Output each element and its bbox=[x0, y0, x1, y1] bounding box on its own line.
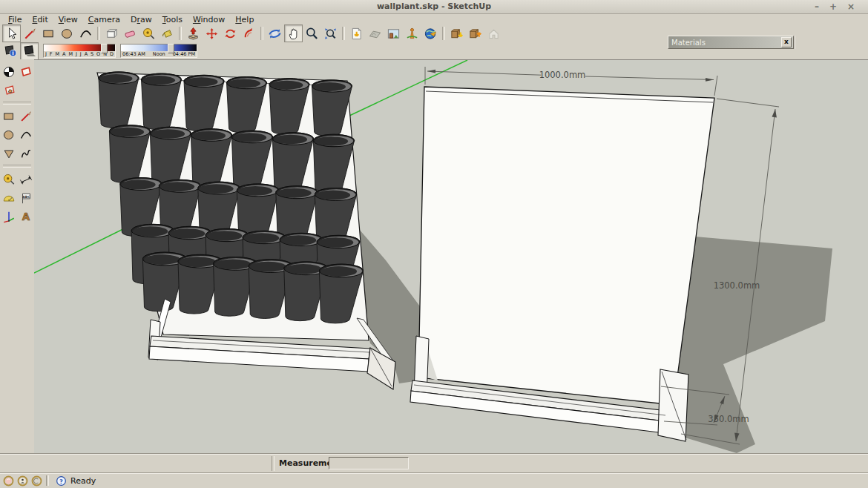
rectangle-icon bbox=[42, 27, 56, 41]
help-icon[interactable]: ? bbox=[56, 475, 67, 487]
building-maker-button[interactable] bbox=[403, 24, 421, 42]
google-earth-button[interactable] bbox=[421, 24, 440, 42]
circle-icon bbox=[60, 27, 74, 41]
menu-bar: FileEditViewCameraDrawToolsWindowHelp bbox=[0, 14, 868, 24]
polygon-icon bbox=[2, 147, 16, 160]
materials-panel-title: Materials bbox=[668, 39, 781, 47]
dimension-button[interactable] bbox=[18, 170, 35, 188]
time-gradient bbox=[121, 44, 197, 51]
rectangle-button[interactable] bbox=[1, 107, 18, 125]
pan-icon bbox=[286, 27, 300, 41]
offset-button[interactable] bbox=[240, 24, 258, 42]
toggle-shadows-button[interactable] bbox=[20, 42, 39, 60]
offset-icon bbox=[242, 27, 256, 41]
materials-close-button[interactable]: x bbox=[781, 37, 792, 47]
get-models-button[interactable] bbox=[447, 24, 466, 42]
signin-status-icon[interactable] bbox=[31, 475, 42, 487]
line-button[interactable] bbox=[21, 24, 39, 42]
protractor-icon bbox=[2, 191, 16, 205]
menu-file[interactable]: File bbox=[3, 15, 27, 24]
measurements-input[interactable] bbox=[329, 457, 409, 469]
svg-text:?: ? bbox=[59, 478, 63, 484]
orbit-icon bbox=[268, 27, 282, 41]
arc-button[interactable] bbox=[76, 24, 95, 42]
window-controls: –+× bbox=[815, 0, 855, 13]
svg-text:A: A bbox=[22, 210, 30, 222]
orbit-button[interactable] bbox=[266, 24, 284, 42]
time-slider-thumb[interactable] bbox=[168, 44, 174, 53]
freehand-button[interactable] bbox=[18, 144, 35, 162]
select-icon bbox=[4, 27, 19, 41]
compass-button[interactable] bbox=[1, 62, 18, 81]
tape-measure-button[interactable] bbox=[1, 170, 18, 188]
menu-camera[interactable]: Camera bbox=[83, 15, 125, 24]
tape-measure-icon bbox=[142, 27, 156, 41]
viewport-3d[interactable]: 1000.0mm 1300.0mm 350.0mm bbox=[34, 59, 868, 454]
menu-window[interactable]: Window bbox=[188, 15, 230, 24]
arc-icon bbox=[79, 27, 93, 41]
section-cut-button[interactable] bbox=[1, 81, 18, 99]
pan-button[interactable] bbox=[284, 24, 303, 42]
share-model-button[interactable] bbox=[466, 24, 484, 42]
push-pull-button[interactable] bbox=[184, 24, 203, 42]
text-button[interactable]: ABC bbox=[18, 188, 35, 207]
minimize-button[interactable]: – bbox=[815, 0, 819, 13]
materials-panel[interactable]: Materials x bbox=[668, 36, 794, 49]
zoom-button[interactable] bbox=[303, 24, 321, 42]
paint-bucket-button[interactable] bbox=[158, 24, 177, 42]
3d-text-icon: A bbox=[19, 210, 33, 223]
circle-button[interactable] bbox=[58, 24, 76, 42]
toggle-terrain-button[interactable] bbox=[366, 24, 384, 42]
maximize-button[interactable]: + bbox=[829, 0, 837, 13]
select-button[interactable] bbox=[2, 24, 21, 42]
shadow-date-slider[interactable]: JFMAMJJASOND bbox=[43, 44, 116, 58]
toolbar-separator bbox=[260, 27, 263, 40]
shadow-settings-button[interactable]: i bbox=[1, 42, 20, 60]
rotate-button[interactable] bbox=[221, 24, 240, 42]
make-component-button[interactable] bbox=[102, 24, 121, 42]
circle-button[interactable] bbox=[1, 125, 18, 144]
protractor-button[interactable] bbox=[1, 188, 18, 207]
move-button[interactable] bbox=[203, 24, 221, 42]
close-button[interactable]: × bbox=[847, 0, 855, 13]
measurements-bar: Measurements bbox=[0, 453, 868, 473]
eraser-button[interactable] bbox=[121, 24, 139, 42]
section-plane-icon bbox=[19, 65, 33, 79]
menu-help[interactable]: Help bbox=[230, 15, 259, 24]
section-plane-button[interactable] bbox=[18, 62, 35, 81]
menu-view[interactable]: View bbox=[53, 15, 83, 24]
shadow-time-slider[interactable]: 06:43 AMNoon04:46 PM bbox=[120, 44, 197, 58]
menu-tools[interactable]: Tools bbox=[157, 15, 188, 24]
tape-measure-icon bbox=[2, 173, 16, 186]
section-cut-icon bbox=[3, 84, 16, 97]
back-panel-object[interactable] bbox=[410, 87, 714, 441]
polygon-button[interactable] bbox=[1, 144, 18, 162]
menu-edit[interactable]: Edit bbox=[27, 15, 53, 24]
share-model-icon bbox=[468, 27, 482, 41]
axes-button[interactable] bbox=[1, 207, 18, 225]
menu-draw[interactable]: Draw bbox=[125, 15, 157, 24]
share-component-icon bbox=[487, 27, 501, 41]
line-button[interactable] bbox=[18, 107, 35, 125]
share-component-button[interactable] bbox=[484, 24, 503, 42]
3d-text-button[interactable]: A bbox=[18, 207, 35, 225]
photo-textures-button[interactable] bbox=[384, 24, 403, 42]
zoom-extents-button[interactable] bbox=[321, 24, 340, 42]
arc-button[interactable] bbox=[18, 125, 35, 144]
toggle-terrain-icon bbox=[368, 27, 382, 41]
credits-status-icon[interactable] bbox=[17, 475, 28, 487]
text-icon: ABC bbox=[19, 191, 33, 205]
date-slider-thumb[interactable] bbox=[101, 44, 108, 53]
geolocation-status-icon[interactable] bbox=[3, 475, 14, 487]
tape-measure-button[interactable] bbox=[139, 24, 158, 42]
title-bar[interactable]: wallplant.skp - SketchUp –+× bbox=[0, 0, 868, 14]
measurements-separator bbox=[272, 456, 274, 471]
shadow-dialog-icon: i bbox=[4, 44, 18, 58]
date-gradient bbox=[44, 44, 115, 51]
add-location-button[interactable] bbox=[347, 24, 366, 42]
left-toolbar-separator bbox=[3, 165, 31, 168]
rectangle-button[interactable] bbox=[39, 24, 58, 42]
get-models-icon bbox=[450, 27, 464, 41]
circle-icon bbox=[2, 128, 16, 142]
building-maker-icon bbox=[405, 27, 419, 41]
